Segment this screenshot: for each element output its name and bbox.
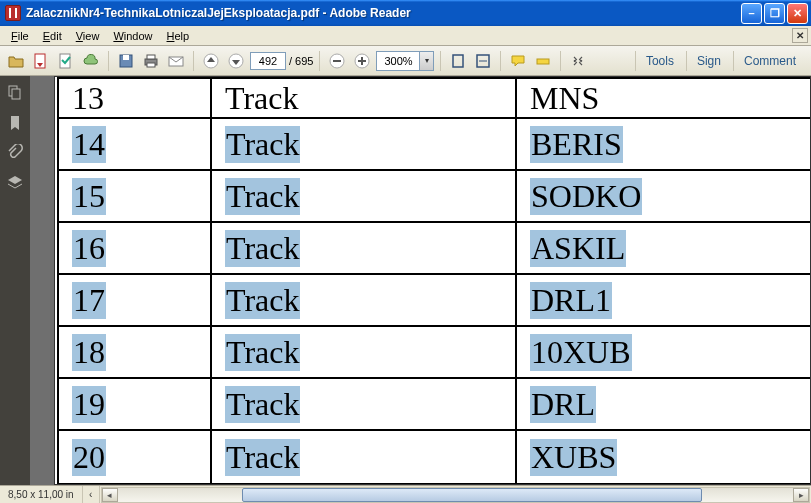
page-up-icon[interactable] <box>200 50 222 72</box>
separator <box>440 51 441 71</box>
comment-balloon-icon[interactable] <box>507 50 529 72</box>
zoom-in-icon[interactable] <box>351 50 373 72</box>
table-row: 19TrackDRL <box>57 379 811 431</box>
page-number-input[interactable] <box>250 52 286 70</box>
scroll-right-arrow-icon[interactable]: ▸ <box>793 488 809 502</box>
svg-rect-1 <box>60 54 70 68</box>
attachments-icon[interactable] <box>6 144 24 162</box>
table-cell[interactable]: Track <box>212 327 517 377</box>
menu-file[interactable]: File <box>4 28 36 44</box>
window-close-button[interactable]: ✕ <box>787 3 808 24</box>
table-cell[interactable]: ASKIL <box>517 223 811 273</box>
table-row: 20TrackXUBS <box>57 431 811 485</box>
menu-help[interactable]: Help <box>160 28 197 44</box>
page-nav: / 695 <box>250 52 313 70</box>
svg-rect-14 <box>361 57 363 65</box>
separator <box>193 51 194 71</box>
table-cell[interactable]: Track <box>212 77 517 117</box>
svg-rect-15 <box>453 55 463 67</box>
menu-window[interactable]: Window <box>106 28 159 44</box>
table-cell[interactable]: Track <box>212 275 517 325</box>
close-doc-button[interactable]: ✕ <box>792 28 808 43</box>
table-cell[interactable]: 20 <box>57 431 212 483</box>
print-icon[interactable] <box>140 50 162 72</box>
toolbar: / 695 ▾ Tools Sign Comment <box>0 46 811 76</box>
table-cell[interactable]: XUBS <box>517 431 811 483</box>
table-cell[interactable]: Track <box>212 431 517 483</box>
content-row: 13TrackMNS14TrackBERIS15TrackSODKO16Trac… <box>0 76 811 485</box>
svg-rect-3 <box>123 55 129 60</box>
chevron-down-icon[interactable]: ▾ <box>419 52 433 70</box>
table-row: 17TrackDRL1 <box>57 275 811 327</box>
fit-page-icon[interactable] <box>447 50 469 72</box>
zoom-input[interactable] <box>377 52 419 70</box>
scroll-thumb[interactable] <box>242 488 702 502</box>
svg-rect-17 <box>537 59 549 64</box>
table-cell[interactable]: 14 <box>57 119 212 169</box>
table-row: 13TrackMNS <box>57 77 811 119</box>
table-cell[interactable]: Track <box>212 223 517 273</box>
thumbnails-icon[interactable] <box>6 84 24 102</box>
table-cell[interactable]: 15 <box>57 171 212 221</box>
window-buttons: – ❐ ✕ <box>741 3 808 24</box>
svg-rect-5 <box>147 55 155 59</box>
maximize-button[interactable]: ❐ <box>764 3 785 24</box>
svg-rect-6 <box>147 63 155 67</box>
table-cell[interactable]: BERIS <box>517 119 811 169</box>
table-row: 16TrackASKIL <box>57 223 811 275</box>
svg-rect-19 <box>12 89 20 99</box>
mail-icon[interactable] <box>165 50 187 72</box>
cloud-icon[interactable] <box>80 50 102 72</box>
statusbar: 8,50 x 11,00 in ‹ ◂ ▸ <box>0 485 811 503</box>
create-pdf-icon[interactable] <box>55 50 77 72</box>
menu-view[interactable]: View <box>69 28 107 44</box>
comment-panel-link[interactable]: Comment <box>733 51 806 71</box>
minimize-button[interactable]: – <box>741 3 762 24</box>
menu-edit[interactable]: Edit <box>36 28 69 44</box>
data-table: 13TrackMNS14TrackBERIS15TrackSODKO16Trac… <box>57 77 811 485</box>
table-cell[interactable]: DRL1 <box>517 275 811 325</box>
tools-panel-link[interactable]: Tools <box>635 51 684 71</box>
table-row: 18Track10XUB <box>57 327 811 379</box>
fit-width-icon[interactable] <box>472 50 494 72</box>
zoom-combo[interactable]: ▾ <box>376 51 434 71</box>
table-row: 14TrackBERIS <box>57 119 811 171</box>
table-cell[interactable]: 16 <box>57 223 212 273</box>
table-cell[interactable]: Track <box>212 379 517 429</box>
menubar: File Edit View Window Help <box>0 26 811 46</box>
table-cell[interactable]: 10XUB <box>517 327 811 377</box>
table-cell[interactable]: 17 <box>57 275 212 325</box>
side-rail <box>0 76 30 485</box>
highlight-icon[interactable] <box>532 50 554 72</box>
read-mode-icon[interactable] <box>567 50 589 72</box>
separator <box>108 51 109 71</box>
layers-icon[interactable] <box>6 174 24 192</box>
table-cell[interactable]: 13 <box>57 77 212 117</box>
table-cell[interactable]: DRL <box>517 379 811 429</box>
scroll-left-arrow-icon[interactable]: ◂ <box>102 488 118 502</box>
save-icon[interactable] <box>115 50 137 72</box>
document-area[interactable]: 13TrackMNS14TrackBERIS15TrackSODKO16Trac… <box>30 76 811 485</box>
page-down-icon[interactable] <box>225 50 247 72</box>
separator <box>319 51 320 71</box>
table-cell[interactable]: Track <box>212 119 517 169</box>
open-icon[interactable] <box>5 50 27 72</box>
sign-panel-link[interactable]: Sign <box>686 51 731 71</box>
app-icon <box>5 5 21 21</box>
right-links: Tools Sign Comment <box>635 51 806 71</box>
page-size-label: 8,50 x 11,00 in <box>0 486 83 503</box>
table-cell[interactable]: 18 <box>57 327 212 377</box>
horizontal-scrollbar[interactable]: ◂ ▸ <box>101 487 810 503</box>
table-cell[interactable]: Track <box>212 171 517 221</box>
zoom-out-icon[interactable] <box>326 50 348 72</box>
separator <box>500 51 501 71</box>
table-row: 15TrackSODKO <box>57 171 811 223</box>
table-cell[interactable]: SODKO <box>517 171 811 221</box>
table-cell[interactable]: 19 <box>57 379 212 429</box>
export-pdf-icon[interactable] <box>30 50 52 72</box>
page-total-label: / 695 <box>289 55 313 67</box>
table-cell[interactable]: MNS <box>517 77 811 117</box>
pdf-page: 13TrackMNS14TrackBERIS15TrackSODKO16Trac… <box>54 76 811 485</box>
status-chevron-left-icon[interactable]: ‹ <box>83 486 100 503</box>
bookmarks-icon[interactable] <box>6 114 24 132</box>
